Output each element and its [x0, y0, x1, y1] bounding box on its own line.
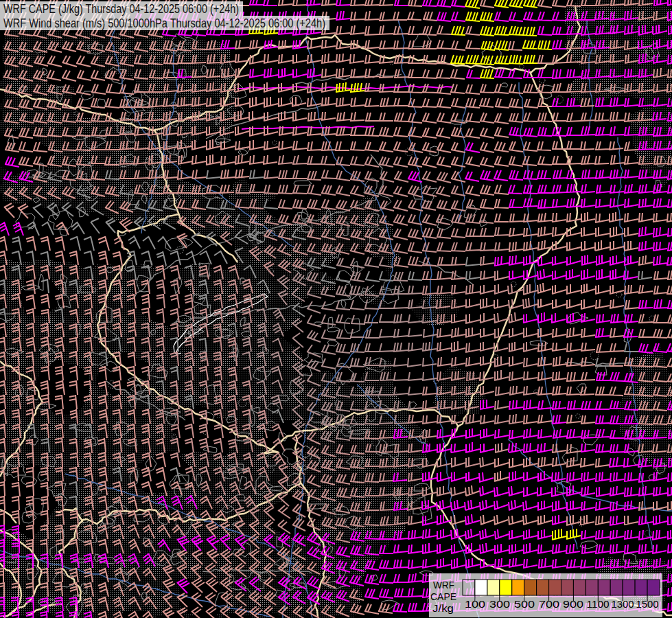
svg-text:500: 500	[514, 598, 535, 610]
svg-text:CAPE: CAPE	[430, 591, 456, 602]
svg-text:300: 300	[489, 598, 510, 610]
svg-text:100: 100	[465, 598, 485, 610]
svg-text:1100: 1100	[587, 598, 610, 610]
svg-text:WRF Wind shear (m/s) 500/1000h: WRF Wind shear (m/s) 500/1000hPa Thursda…	[3, 16, 325, 30]
svg-text:J/kg: J/kg	[432, 602, 454, 614]
svg-text:1500: 1500	[636, 598, 659, 610]
svg-text:700: 700	[539, 598, 559, 610]
svg-text:900: 900	[563, 598, 583, 610]
svg-text:1300: 1300	[612, 598, 634, 610]
svg-text:WRF CAPE (J/kg) Thursday 04-12: WRF CAPE (J/kg) Thursday 04-12-2025 06:0…	[3, 1, 239, 16]
svg-text:WRF: WRF	[433, 579, 454, 591]
